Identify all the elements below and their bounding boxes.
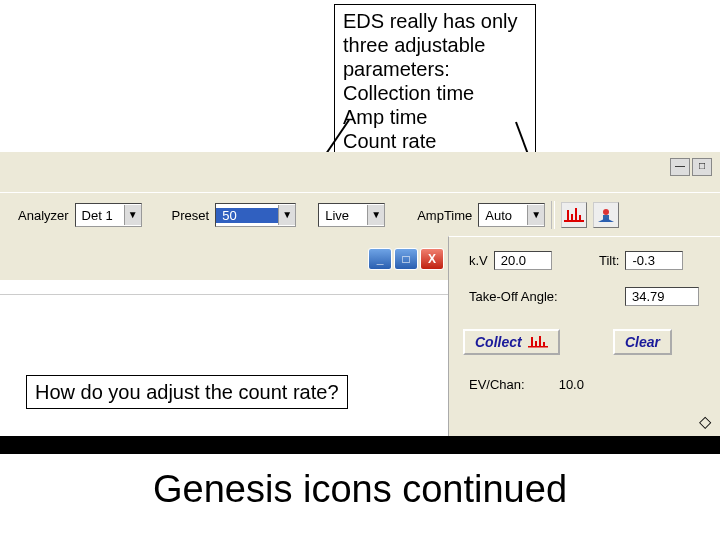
takeoff-label: Take-Off Angle: [469,289,558,304]
clear-button[interactable]: Clear [613,329,672,355]
svg-rect-8 [579,215,581,220]
resize-grip-icon[interactable]: ◇ [699,412,711,431]
minimize-button[interactable]: _ [368,248,392,270]
acquisition-toolbar: Analyzer Det 1 ▼ Preset 50 ▼ Live ▼ AmpT… [0,192,720,238]
mode-dropdown[interactable]: Live ▼ [318,203,385,227]
svg-rect-5 [567,210,569,220]
evchan-value: 10.0 [559,377,584,392]
callout-question-text: How do you adjust the count rate? [35,381,339,403]
bottom-black-strip [0,436,720,454]
child-window-divider [0,294,448,298]
kv-field[interactable]: 20.0 [494,251,552,270]
outer-minimize-button[interactable]: — [670,158,690,176]
amptime-label: AmpTime [417,208,472,223]
svg-marker-11 [598,218,614,222]
outer-restore-button[interactable]: □ [692,158,712,176]
svg-rect-12 [528,346,548,348]
slide-title: Genesis icons continued [0,468,720,511]
chevron-down-icon: ▼ [124,205,141,225]
chevron-down-icon: ▼ [278,205,295,225]
chevron-down-icon: ▼ [527,205,544,225]
outer-window-buttons: — □ [670,158,712,176]
outer-window-chrome [0,152,720,193]
collect-button-label: Collect [475,334,522,350]
amptime-dropdown[interactable]: Auto ▼ [478,203,545,227]
takeoff-field[interactable]: 34.79 [625,287,699,306]
svg-rect-14 [535,341,537,346]
svg-rect-4 [564,220,584,222]
preset-value: 50 [216,208,278,223]
tilt-field[interactable]: -0.3 [625,251,683,270]
close-button[interactable]: X [420,248,444,270]
maximize-button[interactable]: □ [394,248,418,270]
clear-button-label: Clear [625,334,660,350]
analyzer-dropdown[interactable]: Det 1 ▼ [75,203,142,227]
kv-label: k.V [469,253,488,268]
svg-point-9 [603,209,609,215]
svg-rect-13 [531,337,533,346]
preset-label: Preset [172,208,210,223]
full-spectrum-icon[interactable] [561,202,587,228]
toolbar-separator [551,201,555,229]
child-window-buttons: _ □ X [368,248,444,270]
chevron-down-icon: ▼ [367,205,384,225]
mode-value: Live [319,208,367,223]
svg-rect-15 [539,336,541,346]
person-zoom-icon[interactable] [593,202,619,228]
svg-rect-6 [571,214,573,220]
preset-dropdown[interactable]: 50 ▼ [215,203,296,227]
tilt-label: Tilt: [599,253,619,268]
analyzer-value: Det 1 [76,208,124,223]
spectrum-icon [528,335,548,349]
analyzer-label: Analyzer [18,208,69,223]
amptime-value: Auto [479,208,527,223]
collect-button[interactable]: Collect [463,329,560,355]
svg-rect-7 [575,208,577,220]
svg-rect-16 [543,342,545,346]
callout-question: How do you adjust the count rate? [26,375,348,409]
slide-stage: EDS really has only three adjustable par… [0,0,720,540]
evchan-label: EV/Chan: [469,377,525,392]
acquisition-panel: k.V 20.0 Tilt: -0.3 Take-Off Angle: 34.7… [448,236,720,437]
